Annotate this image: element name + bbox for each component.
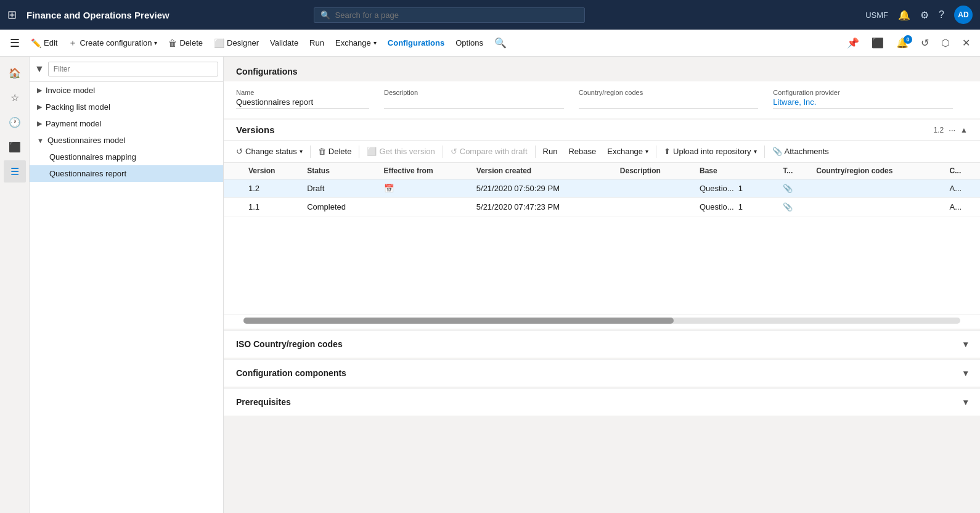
vtb-delete-button[interactable]: 🗑 Delete (313, 144, 357, 158)
vtb-exchange-button[interactable]: Exchange ▾ (602, 144, 653, 158)
vtb-rebase-button[interactable]: Rebase (563, 144, 601, 158)
versions-more-icon[interactable]: ··· (949, 125, 955, 134)
description-value (384, 97, 564, 109)
edit-button[interactable]: ✏️ Edit (26, 35, 62, 51)
col-effective-from[interactable]: Effective from (378, 163, 470, 179)
iso-country-section: ISO Country/region codes ▾ (224, 330, 980, 358)
chevron-right-icon: ▶ (37, 103, 42, 111)
notifications-icon[interactable]: 🔔 0 (891, 34, 913, 52)
provider-value[interactable]: Litware, Inc. (773, 97, 953, 109)
table-spacer-row (224, 216, 980, 315)
tree-item-label: Packing list model (46, 102, 110, 112)
config-form-cols: Name Questionnaires report Description C… (236, 89, 968, 109)
tree-item-invoice[interactable]: ▶ Invoice model (30, 82, 223, 99)
create-icon: ＋ (68, 38, 77, 49)
search-icon: 🔍 (321, 10, 330, 20)
cell-description (614, 179, 693, 198)
tree-filter-area: ▼ (30, 57, 223, 82)
cell-effective-from (378, 198, 470, 216)
cell-status: Draft (301, 179, 377, 198)
horizontal-scrollbar[interactable] (243, 318, 960, 324)
country-value (579, 97, 759, 109)
sidebar-toggle-icon[interactable]: ⬛ (867, 34, 889, 52)
col-t[interactable]: T... (777, 163, 810, 179)
col-version[interactable]: Version (242, 163, 301, 179)
tree-item-questionnaires[interactable]: ▼ Questionnaires model (30, 132, 223, 149)
prerequisites-title: Prerequisites (236, 397, 291, 407)
prerequisites-chevron-icon: ▾ (963, 397, 968, 407)
tree-item-report[interactable]: Questionnaires report (30, 165, 223, 182)
cell-version: 1.1 (242, 198, 301, 216)
home-icon[interactable]: 🏠 (4, 62, 26, 84)
table-row[interactable]: 1.2 Draft 📅 5/21/2020 07:50:29 PM Questi… (224, 179, 980, 198)
col-base[interactable]: Base (693, 163, 777, 179)
exchange-button[interactable]: Exchange ▾ (330, 35, 382, 51)
cell-base[interactable]: Questio... 1 (693, 179, 777, 198)
config-components-section: Configuration components ▾ (224, 359, 980, 387)
get-this-version-button[interactable]: ⬜ Get this version (362, 144, 439, 158)
run-button[interactable]: Run (304, 35, 329, 51)
name-value: Questionnaires report (236, 97, 369, 109)
cell-country (810, 198, 943, 216)
config-components-header[interactable]: Configuration components ▾ (224, 359, 980, 387)
attachments-button[interactable]: 📎 Attachments (767, 144, 834, 158)
h-scroll-thumb (243, 318, 674, 324)
versions-header[interactable]: Versions 1.2 ··· ▲ (224, 120, 980, 141)
hamburger-icon[interactable]: ☰ (5, 33, 25, 53)
tree-item-packing[interactable]: ▶ Packing list model (30, 99, 223, 115)
vtb-sep-5 (656, 146, 656, 158)
prerequisites-section: Prerequisites ▾ (224, 388, 980, 416)
search-input[interactable] (335, 10, 578, 20)
cell-r (224, 179, 242, 198)
bell-icon[interactable]: 🔔 (898, 9, 910, 21)
configurations-button[interactable]: Configurations (383, 35, 449, 51)
search-toolbar-icon[interactable]: 🔍 (489, 34, 512, 52)
tree-body: ▶ Invoice model ▶ Packing list model ▶ P… (30, 82, 223, 513)
versions-title: Versions (236, 125, 934, 135)
avatar[interactable]: AD (954, 6, 973, 24)
toolbar-right: 📌 ⬛ 🔔 0 ↺ ⬡ ✕ (842, 34, 975, 52)
settings-icon[interactable]: ⚙ (920, 9, 929, 21)
grid-menu-icon[interactable]: ⊞ (7, 8, 17, 22)
tree-item-label: Questionnaires mapping (49, 152, 136, 162)
help-icon[interactable]: ? (939, 9, 944, 20)
list-icon[interactable]: ☰ (4, 160, 26, 183)
tree-item-mapping[interactable]: Questionnaires mapping (30, 149, 223, 165)
search-box[interactable]: 🔍 (314, 7, 585, 23)
prerequisites-header[interactable]: Prerequisites ▾ (224, 388, 980, 416)
popout-icon[interactable]: ⬡ (936, 34, 955, 52)
iso-country-header[interactable]: ISO Country/region codes ▾ (224, 330, 980, 358)
tree-item-payment[interactable]: ▶ Payment model (30, 115, 223, 132)
app-title: Finance and Operations Preview (27, 10, 169, 20)
create-configuration-button[interactable]: ＋ Create configuration ▾ (63, 35, 162, 52)
refresh-icon[interactable]: ↺ (916, 34, 934, 52)
table-row[interactable]: 1.1 Completed 5/21/2020 07:47:23 PM Ques… (224, 198, 980, 216)
cell-base[interactable]: Questio... 1 (693, 198, 777, 216)
filter-icon[interactable]: ▼ (35, 64, 44, 75)
col-c[interactable]: C... (944, 163, 980, 179)
country-label: Country/region codes (579, 89, 759, 96)
compare-with-draft-button[interactable]: ↺ Compare with draft (446, 144, 533, 158)
col-status[interactable]: Status (301, 163, 377, 179)
filter-input[interactable] (48, 62, 218, 76)
star-icon[interactable]: ☆ (4, 86, 26, 109)
upload-into-repository-button[interactable]: ⬆ Upload into repository ▾ (659, 144, 761, 158)
designer-button[interactable]: ⬜ Designer (209, 35, 264, 51)
vtb-run-button[interactable]: Run (538, 144, 563, 158)
options-button[interactable]: Options (451, 35, 488, 51)
pinned-icon[interactable]: 📌 (842, 34, 864, 52)
recent-icon[interactable]: 🕐 (4, 111, 26, 133)
close-icon[interactable]: ✕ (957, 34, 975, 52)
workspace-icon[interactable]: ⬛ (4, 136, 26, 158)
versions-toolbar: ↺ Change status ▾ 🗑 Delete ⬜ Get this ve… (224, 141, 980, 163)
validate-button[interactable]: Validate (265, 35, 303, 51)
col-country[interactable]: Country/region codes (810, 163, 943, 179)
col-description[interactable]: Description (614, 163, 693, 179)
versions-collapse-icon[interactable]: ▲ (960, 126, 968, 134)
config-components-title: Configuration components (236, 368, 346, 378)
cell-status: Completed (301, 198, 377, 216)
change-status-button[interactable]: ↺ Change status ▾ (231, 144, 308, 158)
delete-button[interactable]: 🗑 Delete (163, 35, 208, 51)
col-version-created[interactable]: Version created (470, 163, 614, 179)
attachment-icon: 📎 (772, 147, 782, 156)
